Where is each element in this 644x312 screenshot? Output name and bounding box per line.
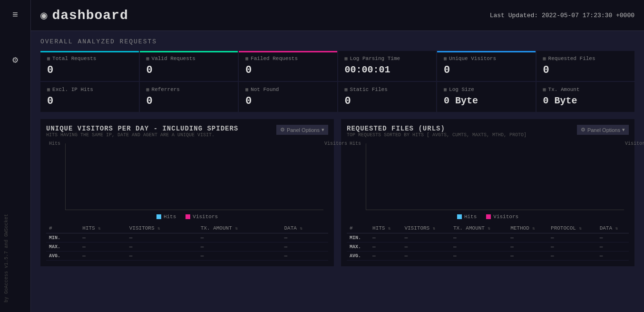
chart-icon-9: ▦: [245, 87, 248, 92]
left-max-visitors: —: [127, 242, 198, 252]
stat-requested-files: ▦ Requested Files 0: [537, 51, 635, 81]
gear-small-icon: ⚙: [280, 127, 285, 133]
sidebar-vertical-text: by GoAccess v1.5.7 and GWSocket: [4, 214, 9, 302]
right-col-tx-amount[interactable]: TX. AMOUNT ⇅: [450, 223, 507, 233]
right-max-hits: —: [370, 242, 401, 252]
table-row: AVG. — — — —: [46, 252, 328, 261]
hamburger-menu[interactable]: ≡: [8, 5, 23, 25]
left-min-label: MIN.: [46, 233, 79, 242]
stat-static-files: ▦ Static Files 0: [338, 82, 437, 112]
left-col-data[interactable]: DATA ⇅: [282, 223, 328, 233]
right-chart-svg: [366, 143, 624, 210]
right-chart-title: REQUESTED FILES (URLS): [347, 125, 527, 132]
right-hits-legend-icon: [457, 214, 462, 219]
table-row: AVG. — — — — — —: [347, 252, 629, 261]
right-avg-method: —: [507, 252, 548, 261]
settings-icon[interactable]: ⚙: [8, 49, 23, 70]
left-col-hash[interactable]: #: [46, 223, 79, 233]
stat-total-requests-value: 0: [47, 64, 132, 76]
right-chart-table: # HITS ⇅ VISITORS ⇅ TX. AMOUNT ⇅ METHOD …: [347, 223, 629, 261]
right-max-method: —: [507, 242, 548, 252]
right-avg-visitors: —: [401, 252, 450, 261]
left-chart-legend: Hits Visitors: [46, 214, 328, 220]
left-max-tx: —: [198, 242, 282, 252]
stat-tx-amount: ▦ Tx. Amount 0 Byte: [537, 82, 635, 112]
charts-section: UNIQUE VISITORS PER DAY - INCLUDING SPID…: [40, 119, 634, 266]
right-col-hits[interactable]: HITS ⇅: [370, 223, 401, 233]
left-avg-visitors: —: [127, 252, 198, 261]
stat-unique-visitors-label: ▦ Unique Visitors: [444, 56, 529, 61]
last-updated-value: 2022-05-07 17:23:30 +0000: [542, 12, 634, 19]
chevron-down-icon-2: ▾: [622, 127, 625, 133]
right-col-hash[interactable]: #: [347, 223, 370, 233]
stat-requested-files-value: 0: [543, 64, 628, 76]
right-max-tx: —: [450, 242, 507, 252]
chart-icon-12: ▦: [543, 87, 546, 92]
right-col-protocol[interactable]: PROTOCOL ⇅: [548, 223, 597, 233]
left-avg-hits: —: [79, 252, 126, 261]
left-max-data: —: [282, 242, 328, 252]
table-row: MAX. — — — —: [46, 242, 328, 252]
left-col-visitors[interactable]: VISITORS ⇅: [127, 223, 198, 233]
right-max-protocol: —: [548, 242, 597, 252]
right-chart-legend: Hits Visitors: [347, 214, 629, 220]
stats-row-2: ▦ Excl. IP Hits 0 ▦ Referrers 0 ▦ Not Fo…: [40, 82, 634, 112]
stats-row-1: ▦ Total Requests 0 ▦ Valid Requests 0 ▦ …: [40, 51, 634, 81]
left-legend-visitors: Visitors: [185, 214, 218, 220]
right-max-visitors: —: [401, 242, 450, 252]
stat-valid-requests-value: 0: [146, 64, 232, 76]
left-avg-tx: —: [198, 252, 282, 261]
stat-static-files-value: 0: [345, 95, 430, 107]
svg-rect-3: [486, 214, 491, 219]
left-chart-subtitle: HITS HAVING THE SAME IP, DATE AND AGENT …: [46, 132, 238, 138]
right-visitors-legend-icon: [486, 214, 491, 219]
left-max-label: MAX.: [46, 242, 79, 252]
right-chart-subtitle: TOP REQUESTS SORTED BY HITS [ AVGTS, CUM…: [347, 132, 527, 138]
stat-total-requests-label: ▦ Total Requests: [47, 56, 132, 61]
right-col-visitors[interactable]: VISITORS ⇅: [401, 223, 450, 233]
left-chart-header: UNIQUE VISITORS PER DAY - INCLUDING SPID…: [46, 125, 328, 141]
stat-log-size: ▦ Log Size 0 Byte: [437, 82, 536, 112]
stat-failed-requests-value: 0: [245, 64, 331, 76]
right-max-label: MAX.: [347, 242, 370, 252]
stat-static-files-label: ▦ Static Files: [345, 87, 430, 92]
stat-log-parsing-label: ▦ Log Parsing Time: [345, 56, 430, 61]
stat-not-found: ▦ Not Found 0: [239, 82, 337, 112]
right-panel-options-button[interactable]: ⚙ Panel Options ▾: [577, 125, 629, 135]
stat-unique-visitors-value: 0: [444, 64, 529, 76]
right-col-data[interactable]: DATA ⇅: [597, 223, 629, 233]
content-area: OVERALL ANALYZED REQUESTS ▦ Total Reques…: [31, 31, 644, 312]
stat-tx-amount-label: ▦ Tx. Amount: [543, 87, 628, 92]
stat-referrers-value: 0: [146, 95, 232, 107]
chart-icon-3: ▦: [245, 56, 248, 61]
stat-valid-requests-label: ▦ Valid Requests: [146, 56, 232, 61]
left-max-hits: —: [79, 242, 126, 252]
header: ◉ dashboard Last Updated: 2022-05-07 17:…: [31, 0, 644, 31]
left-col-hits[interactable]: HITS ⇅: [79, 223, 126, 233]
left-legend-hits: Hits: [156, 214, 176, 220]
left-col-tx-amount[interactable]: TX. AMOUNT ⇅: [198, 223, 282, 233]
stat-unique-visitors: ▦ Unique Visitors 0: [437, 51, 536, 81]
logo-icon: ◉: [40, 9, 47, 22]
right-col-method[interactable]: METHOD ⇅: [507, 223, 548, 233]
right-legend-hits: Hits: [457, 214, 477, 220]
right-min-visitors: —: [401, 233, 450, 242]
left-chart-table: # HITS ⇅ VISITORS ⇅ TX. AMOUNT ⇅ DATA ⇅ …: [46, 223, 328, 261]
right-chart-panel: REQUESTED FILES (URLS) TOP REQUESTS SORT…: [341, 119, 634, 266]
left-min-visitors: —: [127, 233, 198, 242]
gear-small-icon-2: ⚙: [581, 127, 585, 133]
left-chart-panel: UNIQUE VISITORS PER DAY - INCLUDING SPID…: [40, 119, 334, 266]
brand: ◉ dashboard: [40, 8, 128, 23]
svg-rect-0: [156, 214, 161, 219]
right-min-label: MIN.: [347, 233, 370, 242]
stat-tx-amount-value: 0 Byte: [543, 95, 628, 106]
right-max-data: —: [597, 242, 629, 252]
stat-log-size-label: ▦ Log Size: [444, 87, 529, 92]
chart-icon-6: ▦: [543, 56, 546, 61]
left-panel-options-button[interactable]: ⚙ Panel Options ▾: [276, 125, 328, 135]
stat-log-parsing-time: ▦ Log Parsing Time 00:00:01: [338, 51, 437, 81]
left-min-tx: —: [198, 233, 282, 242]
right-avg-label: AVG.: [347, 252, 370, 261]
stat-failed-requests-label: ▦ Failed Requests: [245, 56, 331, 61]
chart-icon-2: ▦: [146, 56, 149, 61]
